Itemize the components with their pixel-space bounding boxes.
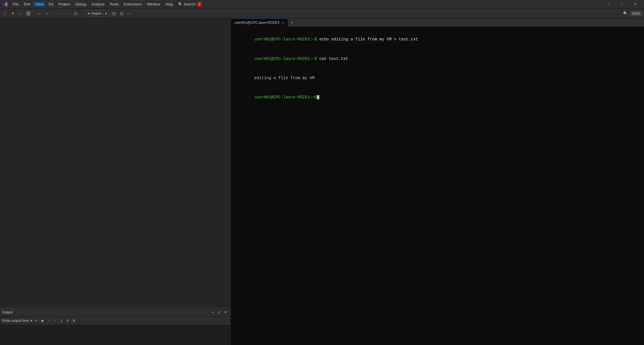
menu-bar: File Edit View Git Project Debug Analyze…	[0, 0, 644, 9]
terminal-tab-add[interactable]: +	[288, 18, 296, 27]
terminal-tab-bar: user001@CPC-laure-ROZK3: ✕ + ···	[231, 18, 644, 27]
terminal-tab-title: user001@CPC-laure-ROZK3:	[234, 21, 280, 25]
toolbar-sep-1	[34, 11, 34, 16]
toolbar-back-btn[interactable]: ←	[54, 10, 61, 17]
term-prompt-1: user001@CPC-laure-ROZK3:~$	[254, 37, 317, 42]
menu-file[interactable]: File	[10, 1, 21, 7]
output-close-btn[interactable]: ✕	[223, 309, 228, 315]
toolbar-more-btn[interactable]: ···	[126, 10, 133, 17]
terminal-content[interactable]: user001@CPC-laure-ROZK3:~$ echo editing …	[231, 27, 644, 345]
term-command-1: echo editing a file from my VM > test.tx…	[317, 37, 418, 42]
toolbar-sep-3	[70, 11, 71, 16]
svg-point-8	[121, 14, 122, 14]
menu-extensions[interactable]: Extensions	[121, 1, 144, 7]
terminal-line-2: user001@CPC-laure-ROZK3:~$ cat test.txt	[235, 49, 640, 68]
show-output-from-label: Show output from:	[2, 319, 30, 323]
editor-content[interactable]	[0, 18, 231, 308]
output-panel: Output ─ ⤢ ✕ Show output from: ▾ ↩ ■ ↑ ↓…	[0, 308, 231, 345]
terminal-more-btn[interactable]: ···	[635, 19, 643, 26]
app-logo	[2, 1, 8, 7]
menu-git[interactable]: Git	[46, 1, 56, 7]
output-title: Output	[2, 310, 13, 314]
terminal-line-1: user001@CPC-laure-ROZK3:~$ echo editing …	[235, 30, 640, 49]
search-icon: 🔍	[178, 2, 183, 6]
menu-edit[interactable]: Edit	[21, 1, 32, 7]
output-source-selector[interactable]: Show output from: ▾	[2, 319, 32, 323]
terminal-pane: user001@CPC-laure-ROZK3: ✕ + ··· user001…	[231, 18, 644, 345]
output-scroll-end-btn[interactable]: ⤓	[59, 318, 64, 323]
menu-help[interactable]: Help	[163, 1, 175, 7]
main-badge: MAIN	[631, 11, 643, 16]
toolbar-run-button[interactable]: ▶ Attach... ▾	[85, 10, 109, 17]
output-header: Output ─ ⤢ ✕	[0, 308, 231, 317]
term-prompt-3: user001@CPC-laure-ROZK3:~$	[254, 95, 317, 100]
menu-view[interactable]: View	[33, 1, 46, 7]
terminal-cursor	[317, 95, 319, 99]
close-button[interactable]: ✕	[629, 0, 642, 9]
output-settings-btn[interactable]: ⚙	[71, 318, 77, 323]
terminal-tab-controls: ···	[635, 19, 644, 26]
output-source-dropdown[interactable]: ▾	[31, 319, 32, 323]
play-icon: ▶	[88, 11, 90, 15]
toolbar-breakpoints-btn[interactable]	[72, 10, 79, 17]
menu-project[interactable]: Project	[56, 1, 72, 7]
output-copy-btn[interactable]: ⎘	[65, 318, 70, 323]
toolbar-redo-btn[interactable]: ↪	[43, 10, 50, 17]
toolbar-diag-btn[interactable]	[118, 10, 125, 17]
menu-tools[interactable]: Tools	[107, 1, 121, 7]
output-scroll-up-btn[interactable]: ↑	[46, 318, 51, 323]
main-layout: Output ─ ⤢ ✕ Show output from: ▾ ↩ ■ ↑ ↓…	[0, 18, 644, 345]
terminal-tab-close[interactable]: ✕	[282, 21, 284, 25]
toolbar-sep-2	[52, 11, 52, 16]
search-label: Search	[184, 2, 195, 6]
toolbar-search-btn[interactable]: 🔍	[622, 10, 629, 17]
term-command-2: cat test.txt	[317, 56, 348, 61]
run-label: Attach...	[91, 11, 104, 15]
term-output-1: editing a file from my VM	[254, 76, 314, 80]
window-controls: ─ □ ✕	[602, 0, 642, 9]
terminal-line-4: user001@CPC-laure-ROZK3:~$	[235, 88, 640, 107]
toolbar-undo-btn[interactable]: ↩	[36, 10, 42, 17]
toolbar: ▾ ↩ ↪ ← → ▶ Attach... ▾ ··· 🔍 MAIN	[0, 9, 644, 18]
output-minimize-btn[interactable]: ─	[210, 309, 216, 315]
maximize-button[interactable]: □	[615, 0, 629, 9]
svg-rect-3	[27, 13, 30, 15]
run-dropdown-icon: ▾	[105, 11, 107, 15]
toolbar-forward-btn[interactable]: →	[62, 10, 68, 17]
output-clear-btn[interactable]: ↩	[34, 318, 39, 323]
output-expand-btn[interactable]: ⤢	[216, 309, 222, 315]
output-toolbar: Show output from: ▾ ↩ ■ ↑ ↓ ⤓ ⎘ ⚙	[0, 317, 231, 325]
editor-pane: Output ─ ⤢ ✕ Show output from: ▾ ↩ ■ ↑ ↓…	[0, 18, 231, 345]
menu-analyze[interactable]: Analyze	[89, 1, 107, 7]
toolbar-dropdown-btn[interactable]: ▾	[9, 10, 16, 17]
output-content[interactable]	[0, 325, 231, 345]
svg-rect-0	[4, 12, 6, 15]
output-scroll-down-btn[interactable]: ↓	[52, 318, 58, 323]
toolbar-perf-btn[interactable]	[110, 10, 117, 17]
output-stop-btn[interactable]: ■	[40, 318, 45, 323]
output-controls: ─ ⤢ ✕	[210, 309, 228, 315]
menu-window[interactable]: Window	[145, 1, 163, 7]
toolbar-save-btn[interactable]	[25, 10, 32, 17]
menu-debug[interactable]: Debug	[73, 1, 88, 7]
toolbar-open-btn[interactable]	[17, 10, 24, 17]
notification-badge[interactable]: 1	[197, 2, 202, 7]
term-prompt-2: user001@CPC-laure-ROZK3:~$	[254, 56, 317, 61]
terminal-tab[interactable]: user001@CPC-laure-ROZK3: ✕	[231, 18, 288, 27]
toolbar-right: 🔍 MAIN	[622, 10, 643, 17]
minimize-button[interactable]: ─	[602, 0, 615, 9]
toolbar-new-btn[interactable]	[2, 10, 9, 17]
svg-point-4	[74, 12, 77, 15]
terminal-line-3: editing a file from my VM	[235, 68, 640, 87]
menu-search[interactable]: 🔍 Search	[178, 2, 195, 6]
